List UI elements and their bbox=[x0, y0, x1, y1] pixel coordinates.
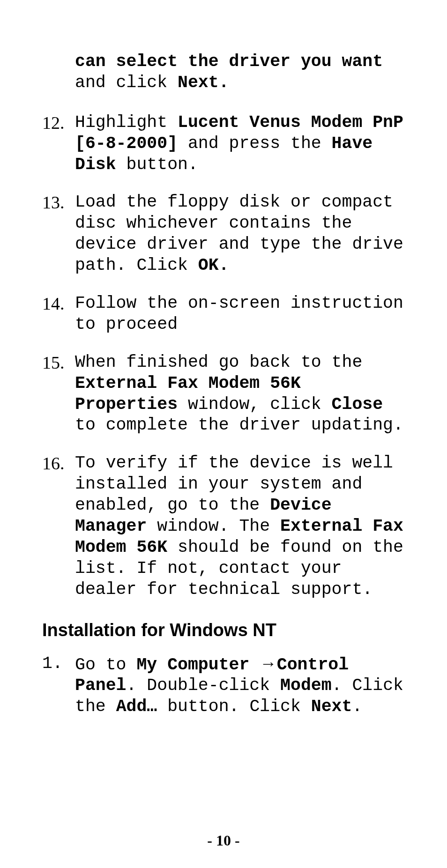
item-number: 1. bbox=[42, 653, 75, 674]
text-run: to complete the driver updating. bbox=[75, 415, 403, 435]
instruction-item: 14.Follow the on-screen instruction to p… bbox=[42, 293, 405, 335]
arrow-icon: → bbox=[260, 654, 277, 673]
item-number: 14. bbox=[42, 293, 75, 314]
instruction-item: 16.To verify if the device is well insta… bbox=[42, 453, 405, 600]
bold-text-run: Close bbox=[332, 395, 383, 414]
text-run: . bbox=[352, 697, 362, 716]
instruction-item: 13.Load the floppy disk or compact disc … bbox=[42, 192, 405, 276]
text-run: and press the bbox=[178, 134, 332, 153]
section-heading-nt: Installation for Windows NT bbox=[42, 620, 405, 640]
item-number: 16. bbox=[42, 453, 75, 474]
text-run: window. The bbox=[147, 517, 280, 536]
item-number: 12. bbox=[42, 112, 75, 134]
page-number: - 10 - bbox=[0, 832, 447, 849]
instruction-list-nt: 1.Go to My Computer →Control Panel. Doub… bbox=[42, 653, 405, 718]
instruction-item: 12.Highlight Lucent Venus Modem PnP [6-8… bbox=[42, 112, 405, 176]
item-text: To verify if the device is well installe… bbox=[75, 453, 405, 600]
bold-text-run: Modem bbox=[280, 676, 332, 695]
item-number: 13. bbox=[42, 192, 75, 213]
item-text: Highlight Lucent Venus Modem PnP [6-8-20… bbox=[75, 112, 405, 176]
continued-paragraph: can select the driver you want and click… bbox=[75, 52, 405, 94]
text-run: button. bbox=[116, 155, 198, 174]
item-text: Load the floppy disk or compact disc whi… bbox=[75, 192, 405, 276]
instruction-item: 15.When finished go back to the External… bbox=[42, 352, 405, 437]
bold-text-run: Next bbox=[311, 697, 352, 716]
text-run: . Double-click bbox=[127, 676, 281, 695]
document-page: can select the driver you want and click… bbox=[0, 0, 447, 868]
item-text: When finished go back to the External Fa… bbox=[75, 352, 405, 437]
item-text: Follow the on-screen instruction to proc… bbox=[75, 293, 405, 335]
item-number: 15. bbox=[42, 352, 75, 373]
text-run: Load the floppy disk or compact disc whi… bbox=[75, 193, 403, 275]
bold-text-run: Add… bbox=[116, 697, 157, 716]
text-run: To verify if the device is well installe… bbox=[75, 453, 393, 515]
text-run: window, click bbox=[178, 395, 332, 414]
text-run: When finished go back to the bbox=[75, 353, 362, 372]
instruction-list-top: 12.Highlight Lucent Venus Modem PnP [6-8… bbox=[42, 112, 405, 601]
text-run: and click bbox=[75, 73, 178, 92]
bold-text-run: OK. bbox=[198, 256, 229, 275]
bold-text-run: My Computer bbox=[136, 655, 260, 675]
text-run: Highlight bbox=[75, 113, 178, 132]
text-run: button. Click bbox=[157, 697, 311, 716]
bold-text-run: Next. bbox=[178, 73, 229, 92]
instruction-item: 1.Go to My Computer →Control Panel. Doub… bbox=[42, 653, 405, 718]
bold-text-run: can select the driver you want bbox=[75, 52, 383, 71]
text-run: Follow the on-screen instruction to proc… bbox=[75, 294, 403, 334]
item-text: Go to My Computer →Control Panel. Double… bbox=[75, 653, 405, 718]
text-run: Go to bbox=[75, 655, 136, 675]
